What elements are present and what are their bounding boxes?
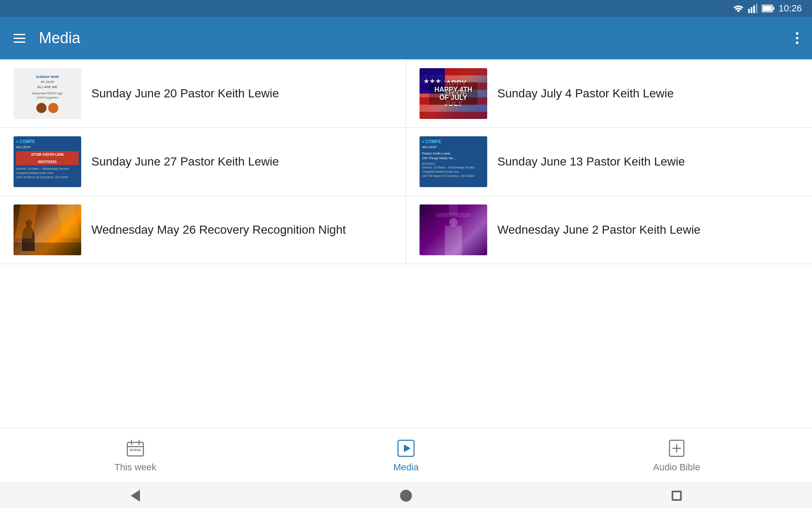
svg-rect-11 — [130, 449, 133, 451]
svg-rect-2 — [753, 6, 755, 13]
media-item-4[interactable]: ≈ COMPE AN CENT Pastor Keith Lewie Old T… — [406, 128, 812, 196]
svg-rect-0 — [748, 9, 750, 13]
media-grid: SUNDAY MOR AT 10:00 ALL ARE WE family th… — [0, 59, 812, 264]
svg-marker-15 — [404, 444, 411, 452]
nav-label-audio-bible: Audio Bible — [653, 462, 700, 473]
media-label-3: Sunday June 27 Pastor Keith Lewie — [91, 154, 279, 169]
thumbnail-2: HAPPY 4TH OF JULY ★★★ HAPPY 4THOF JULY — [420, 68, 487, 119]
svg-rect-3 — [756, 4, 757, 13]
media-item-1[interactable]: SUNDAY MOR AT 10:00 ALL ARE WE family th… — [0, 60, 406, 128]
back-triangle-icon — [131, 490, 140, 502]
recents-button[interactable] — [668, 487, 685, 504]
book-plus-icon — [667, 438, 687, 458]
back-button[interactable] — [127, 487, 144, 504]
home-button[interactable] — [398, 487, 414, 504]
svg-rect-5 — [773, 7, 774, 10]
bottom-nav: This week Media Audio Bible — [0, 428, 812, 483]
status-bar: 10:26 — [0, 0, 812, 17]
svg-rect-12 — [134, 449, 137, 451]
home-circle-icon — [400, 490, 412, 502]
thumbnail-1: SUNDAY MOR AT 10:00 ALL ARE WE family th… — [14, 68, 81, 119]
app-bar: Media — [0, 17, 812, 59]
svg-rect-6 — [763, 6, 772, 11]
nav-item-media[interactable]: Media — [271, 438, 541, 473]
status-icons: 10:26 — [733, 3, 802, 14]
nav-item-this-week[interactable]: This week — [0, 438, 271, 473]
media-item-2[interactable]: HAPPY 4TH OF JULY ★★★ HAPPY 4THOF JULY — [406, 60, 812, 128]
wifi-icon — [733, 4, 744, 13]
content-area: SUNDAY MOR AT 10:00 ALL ARE WE family th… — [0, 59, 812, 428]
media-label-2: Sunday July 4 Pastor Keith Lewie — [497, 86, 674, 101]
app-title: Media — [39, 29, 782, 47]
media-label-4: Sunday June 13 Pastor Keith Lewie — [497, 154, 685, 169]
svg-rect-13 — [137, 449, 141, 451]
media-label-1: Sunday June 20 Pastor Keith Lewie — [91, 86, 279, 101]
more-options-icon[interactable] — [796, 32, 798, 44]
nav-label-media: Media — [393, 462, 419, 473]
nav-item-audio-bible[interactable]: Audio Bible — [541, 438, 812, 473]
signal-icon — [748, 4, 757, 13]
svg-rect-1 — [751, 7, 752, 13]
media-label-6: Wednesday June 2 Pastor Keith Lewie — [497, 222, 700, 237]
hamburger-menu-icon[interactable] — [14, 34, 25, 43]
calendar-icon — [125, 438, 145, 458]
play-icon — [396, 438, 416, 458]
thumbnail-6 — [420, 204, 487, 255]
recents-square-icon — [672, 491, 682, 501]
thumbnail-3: ≈ COMPE AN CENT STOR KEITH LEW 06/27/202… — [14, 136, 81, 187]
battery-icon — [762, 4, 774, 13]
thumbnail-4: ≈ COMPE AN CENT Pastor Keith Lewie Old T… — [420, 136, 487, 187]
media-item-5[interactable]: Wednesday May 26 Recovery Recognition Ni… — [0, 196, 406, 264]
media-label-5: Wednesday May 26 Recovery Recognition Ni… — [91, 222, 346, 237]
nav-label-this-week: This week — [114, 462, 156, 473]
media-item-3[interactable]: ≈ COMPE AN CENT STOR KEITH LEW 06/27/202… — [0, 128, 406, 196]
thumbnail-5 — [14, 204, 81, 255]
media-item-6[interactable]: Wednesday June 2 Pastor Keith Lewie — [406, 196, 812, 264]
system-nav — [0, 483, 812, 508]
status-time: 10:26 — [779, 3, 802, 14]
